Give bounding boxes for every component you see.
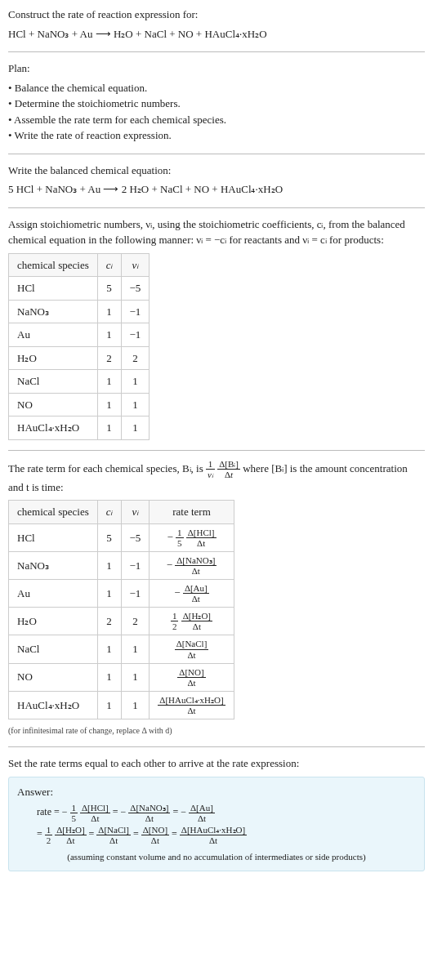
cell-c: 1: [97, 580, 121, 608]
balanced-equation: 5 HCl + NaNO₃ + Au ⟶ 2 H₂O + NaCl + NO +…: [8, 181, 425, 198]
final-section: Set the rate terms equal to each other t…: [8, 755, 425, 871]
cell-v: 1: [121, 691, 150, 719]
table-row: NO11: [9, 393, 150, 416]
fraction: Δ[HAuCl₄·xH₂O]Δt: [180, 825, 247, 845]
cell-v: 2: [121, 608, 150, 635]
table-row: Au1−1: [9, 323, 150, 347]
cell-species: H₂O: [9, 608, 98, 635]
intro-section: Construct the rate of reaction expressio…: [8, 7, 425, 42]
cell-v: −5: [121, 523, 150, 551]
divider: [8, 746, 425, 747]
balanced-section: Write the balanced chemical equation: 5 …: [8, 163, 425, 198]
plan-item: • Determine the stoichiometric numbers.: [8, 96, 425, 112]
table-row: NO11Δ[NO]Δt: [9, 663, 234, 691]
fraction: Δ[NO]Δt: [141, 825, 169, 845]
cell-v: 1: [121, 635, 150, 663]
cell-v: 1: [121, 393, 150, 416]
cell-v: 1: [121, 370, 150, 394]
fraction: Δ[NaNO₃]Δt: [128, 803, 170, 823]
divider: [8, 207, 425, 208]
col-vi: νᵢ: [121, 253, 150, 277]
table-row: HAuCl₄·xH₂O11: [9, 416, 150, 440]
cell-c: 1: [97, 300, 121, 323]
cell-v: −5: [121, 277, 150, 301]
cell-v: 1: [121, 416, 150, 440]
plan-list: • Balance the chemical equation. • Deter…: [8, 80, 425, 144]
plan-item: • Balance the chemical equation.: [8, 80, 425, 96]
cell-v: −1: [121, 580, 150, 608]
cell-c: 2: [97, 608, 121, 635]
col-ci: cᵢ: [97, 501, 121, 524]
cell-c: 1: [97, 370, 121, 394]
fraction: Δ[Au]Δt: [189, 803, 215, 823]
fraction: Δ[H₂O]Δt: [55, 825, 86, 845]
fraction: Δ[NaNO₃]Δt: [175, 555, 216, 576]
table-row: HCl5−5: [9, 277, 150, 301]
cell-species: Au: [9, 323, 98, 347]
rate-expression: rate = − 15 Δ[HCl]Δt = − Δ[NaNO₃]Δt = − …: [37, 803, 416, 845]
cell-species: Au: [9, 580, 98, 608]
frac-1-over-vi: 1νᵢ: [206, 459, 215, 479]
cell-species: NO: [9, 393, 98, 416]
divider: [8, 450, 425, 451]
cell-species: NaNO₃: [9, 551, 98, 579]
rateterm-intro-pre: The rate term for each chemical species,…: [8, 461, 206, 474]
cell-c: 1: [97, 691, 121, 719]
stoich-intro: Assign stoichiometric numbers, νᵢ, using…: [8, 216, 425, 248]
col-ci: cᵢ: [97, 253, 121, 277]
cell-species: H₂O: [9, 346, 98, 370]
col-species: chemical species: [9, 253, 98, 277]
cell-species: HAuCl₄·xH₂O: [9, 416, 98, 440]
fraction: Δ[Au]Δt: [183, 583, 209, 604]
table-header-row: chemical species cᵢ νᵢ: [9, 253, 150, 277]
divider: [8, 154, 425, 154]
final-heading: Set the rate terms equal to each other t…: [8, 755, 425, 772]
cell-c: 1: [97, 323, 121, 347]
fraction: Δ[HCl]Δt: [186, 528, 216, 548]
table-row: NaNO₃1−1− Δ[NaNO₃]Δt: [9, 551, 234, 579]
cell-species: NaCl: [9, 635, 98, 663]
plan-item: • Write the rate of reaction expression.: [8, 127, 425, 144]
rateterm-intro: The rate term for each chemical species,…: [8, 459, 425, 496]
rateterm-table: chemical species cᵢ νᵢ rate term HCl5−5−…: [8, 500, 234, 719]
balanced-heading: Write the balanced chemical equation:: [8, 163, 425, 179]
cell-rateterm: Δ[NO]Δt: [150, 663, 234, 691]
fraction: 15: [176, 528, 184, 548]
cell-c: 1: [97, 551, 121, 579]
cell-v: −1: [121, 551, 150, 579]
answer-assumption: (assuming constant volume and no accumul…: [17, 850, 416, 864]
cell-species: HCl: [9, 277, 98, 301]
cell-rateterm: 12 Δ[H₂O]Δt: [150, 608, 234, 635]
table-row: H₂O2212 Δ[H₂O]Δt: [9, 608, 234, 635]
cell-v: −1: [121, 300, 150, 323]
divider: [8, 51, 425, 52]
fraction: Δ[HAuCl₄·xH₂O]Δt: [158, 695, 225, 715]
table-row: NaCl11Δ[NaCl]Δt: [9, 635, 234, 663]
fraction: 15: [70, 803, 78, 823]
fraction: 12: [45, 825, 53, 845]
stoich-table: chemical species cᵢ νᵢ HCl5−5 NaNO₃1−1 A…: [8, 253, 150, 440]
answer-box: Answer: rate = − 15 Δ[HCl]Δt = − Δ[NaNO₃…: [8, 777, 425, 871]
intro-prompt: Construct the rate of reaction expressio…: [8, 7, 425, 23]
fraction: Δ[HCl]Δt: [80, 803, 110, 823]
fraction: Δ[NaCl]Δt: [96, 825, 131, 845]
col-vi: νᵢ: [121, 501, 150, 524]
plan-heading: Plan:: [8, 60, 425, 77]
table-header-row: chemical species cᵢ νᵢ rate term: [9, 501, 234, 524]
cell-c: 2: [97, 346, 121, 370]
cell-rateterm: Δ[NaCl]Δt: [150, 635, 234, 663]
cell-c: 1: [97, 635, 121, 663]
table-row: NaCl11: [9, 370, 150, 394]
table-row: HCl5−5− 15 Δ[HCl]Δt: [9, 523, 234, 551]
plan-item: • Assemble the rate term for each chemic…: [8, 112, 425, 128]
cell-rateterm: − Δ[Au]Δt: [150, 580, 234, 608]
cell-c: 1: [97, 393, 121, 416]
table-row: Au1−1− Δ[Au]Δt: [9, 580, 234, 608]
frac-dBi-dt: Δ[Bᵢ]Δt: [217, 459, 240, 479]
table-row: H₂O22: [9, 346, 150, 370]
rate-line-2: = 12 Δ[H₂O]Δt = Δ[NaCl]Δt = Δ[NO]Δt = Δ[…: [37, 825, 416, 845]
cell-v: 2: [121, 346, 150, 370]
fraction: Δ[H₂O]Δt: [181, 611, 212, 631]
table-row: HAuCl₄·xH₂O11Δ[HAuCl₄·xH₂O]Δt: [9, 691, 234, 719]
cell-c: 5: [97, 277, 121, 301]
